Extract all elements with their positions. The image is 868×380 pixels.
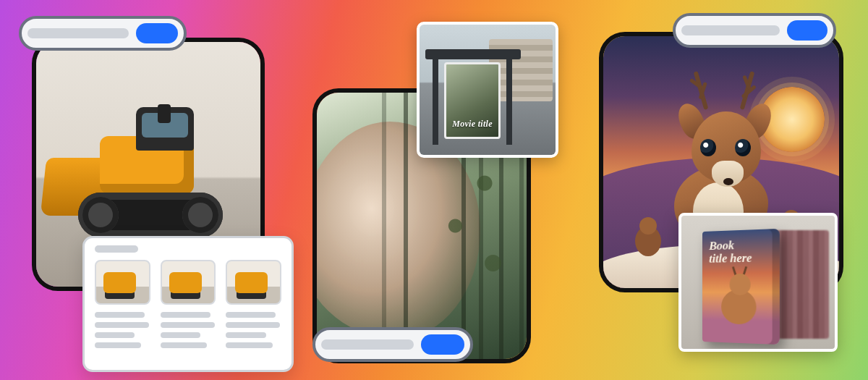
book-cover: Book title here xyxy=(702,229,780,345)
result-thumb[interactable] xyxy=(161,260,216,305)
generate-button[interactable] xyxy=(421,334,464,355)
search-pill-left xyxy=(19,16,187,51)
result-thumb[interactable] xyxy=(95,260,150,305)
search-input[interactable] xyxy=(681,25,780,35)
poster-title: Movie title xyxy=(444,62,501,139)
search-pill-center xyxy=(312,327,473,362)
result-meta xyxy=(161,305,216,348)
generate-button[interactable] xyxy=(787,20,827,41)
generate-button[interactable] xyxy=(136,23,178,43)
result-meta xyxy=(226,305,281,348)
search-input[interactable] xyxy=(321,339,414,350)
search-pill-right xyxy=(673,13,836,48)
result-meta xyxy=(95,305,150,348)
book-title-line1: Book xyxy=(709,238,772,253)
book-title-line2: title here xyxy=(709,251,772,266)
results-tab[interactable] xyxy=(95,245,138,253)
mockup-bus-stop-poster: Movie title xyxy=(417,22,558,158)
search-input[interactable] xyxy=(27,28,129,38)
mockup-book-cover: Book title here xyxy=(678,213,838,352)
result-thumb[interactable] xyxy=(226,260,281,305)
results-panel xyxy=(82,236,294,372)
